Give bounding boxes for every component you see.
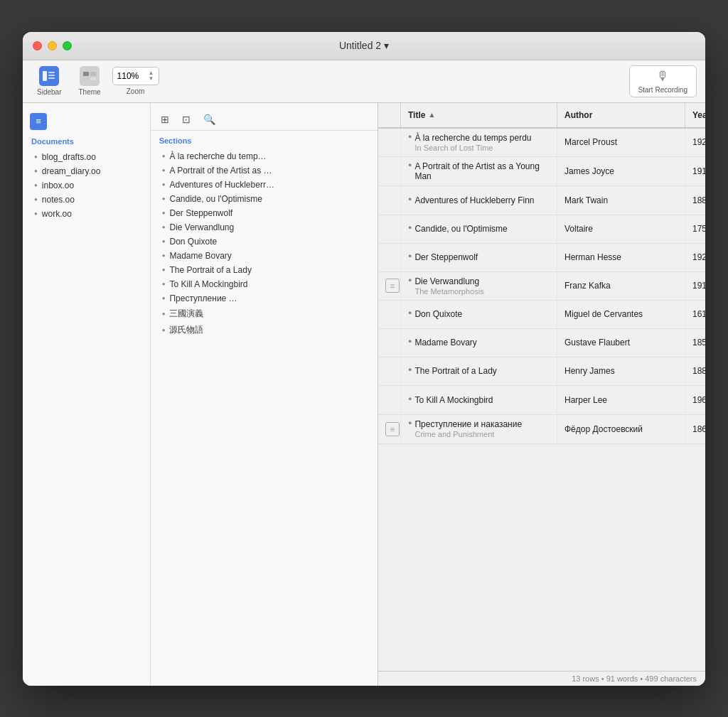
subtitle-text: In Search of Lost Time (414, 144, 531, 152)
table-area: Title ▲ Author Year Origin ●À la recherc… (378, 103, 705, 686)
window-controls (33, 41, 72, 50)
bullet-icon: ● (408, 224, 412, 231)
td-title: ●Преступление и наказаниеCrime and Punis… (401, 415, 557, 443)
sidebar-section-item[interactable]: Преступление … (151, 291, 378, 306)
sidebar-doc-item[interactable]: inbox.oo (23, 178, 150, 193)
td-title: ●Die VerwandlungThe Metamorphosis (401, 272, 557, 300)
svg-rect-6 (83, 77, 89, 80)
th-icon (378, 103, 401, 127)
td-author: Фёдор Достоевский (557, 415, 685, 443)
sidebar-section-item[interactable]: 源氏物語 (151, 322, 378, 338)
sections-expand-icon[interactable]: ⊡ (178, 112, 195, 127)
sidebar: ≡ Documents blog_drafts.oodream_diary.oo… (23, 103, 378, 686)
sidebar-section-item[interactable]: Candide, ou l'Optimisme (151, 192, 378, 206)
table-row[interactable]: ≡●Die VerwandlungThe MetamorphosisFranz … (378, 272, 705, 301)
zoom-input[interactable] (117, 71, 146, 81)
th-author[interactable]: Author (557, 103, 685, 127)
documents-header: Documents (23, 134, 150, 150)
sidebar-label: Sidebar (37, 88, 61, 96)
td-row-icon: ≡ (378, 415, 401, 443)
sections-header: Sections (151, 134, 378, 149)
td-author: Harper Lee (557, 386, 685, 414)
td-year: 1857 (685, 329, 705, 357)
th-year[interactable]: Year (685, 103, 705, 127)
mic-label: Start Recording (638, 86, 687, 94)
table-row[interactable]: ≡●Преступление и наказаниеCrime and Puni… (378, 415, 705, 444)
bullet-icon: ● (408, 366, 412, 373)
td-title: ●Adventures of Huckleberry Finn (401, 186, 557, 215)
td-year: 1960 (685, 386, 705, 414)
title-text: A Portrait of the Artist as a Young Man (414, 161, 550, 181)
th-title[interactable]: Title ▲ (401, 103, 557, 127)
documents-icon: ≡ (30, 113, 47, 130)
td-author: Herman Hesse (557, 244, 685, 271)
td-title: ●Don Quixote (401, 301, 557, 328)
td-row-icon (378, 186, 401, 215)
bullet-icon: ● (408, 161, 412, 168)
minimize-button[interactable] (48, 41, 57, 50)
sections-search-icon[interactable]: 🔍 (199, 112, 220, 127)
close-button[interactable] (33, 41, 42, 50)
sidebar-section-item[interactable]: 三國演義 (151, 306, 378, 322)
table-row[interactable]: ●Madame BovaryGustave Flaubert1857France (378, 329, 705, 357)
table-row[interactable]: ●Adventures of Huckleberry FinnMark Twai… (378, 186, 705, 215)
sidebar-doc-item[interactable]: work.oo (23, 207, 150, 221)
sections-panel: ⊞ ⊡ 🔍 Sections À la recherche du temp…A … (151, 103, 378, 686)
svg-rect-3 (48, 77, 55, 79)
bullet-icon: ● (408, 133, 412, 140)
sidebar-section-item[interactable]: To Kill A Mockingbird (151, 277, 378, 291)
table-row[interactable]: ●A Portrait of the Artist as a Young Man… (378, 157, 705, 186)
td-row-icon (378, 329, 401, 357)
table-row[interactable]: ●Candide, ou l'OptimismeVoltaire1759Fran… (378, 215, 705, 244)
subtitle-text: Crime and Punishment (414, 430, 522, 438)
zoom-input-wrap[interactable]: ▲ ▼ (112, 67, 159, 85)
td-title: ●The Portrait of a Lady (401, 357, 557, 385)
zoom-label: Zoom (127, 87, 145, 95)
sidebar-section-item[interactable]: Madame Bovary (151, 249, 378, 263)
sections-table-icon[interactable]: ⊞ (156, 112, 173, 127)
sidebar-section-item[interactable]: A Portrait of the Artist as … (151, 163, 378, 178)
td-title: ●Der Steppenwolf (401, 244, 557, 271)
main-content: ≡ Documents blog_drafts.oodream_diary.oo… (23, 103, 705, 686)
sidebar-doc-item[interactable]: notes.oo (23, 193, 150, 207)
sidebar-doc-item[interactable]: dream_diary.oo (23, 164, 150, 178)
sidebar-section-item[interactable]: Die Verwandlung (151, 220, 378, 234)
sidebar-section-item[interactable]: Adventures of Huckleberr… (151, 178, 378, 192)
bullet-icon: ● (408, 309, 412, 316)
sidebar-section-item[interactable]: À la recherche du temp… (151, 149, 378, 163)
subtitle-text: The Metamorphosis (414, 287, 483, 296)
td-author: Voltaire (557, 215, 685, 243)
theme-button[interactable]: Theme (73, 63, 106, 99)
td-row-icon (378, 301, 401, 328)
sections-list: À la recherche du temp…A Portrait of the… (151, 149, 378, 338)
table-row[interactable]: ●The Portrait of a LadyHenry James1881En… (378, 357, 705, 386)
td-title: ●To Kill A Mockingbird (401, 386, 557, 414)
svg-rect-5 (90, 72, 96, 76)
mic-button[interactable]: 🎙 Start Recording (629, 65, 697, 97)
sidebar-section-item[interactable]: Don Quixote (151, 234, 378, 249)
maximize-button[interactable] (63, 41, 72, 50)
sidebar-section-item[interactable]: The Portrait of a Lady (151, 263, 378, 277)
sidebar-button[interactable]: Sidebar (31, 63, 67, 99)
table-row[interactable]: ●Der SteppenwolfHerman Hesse1927Schweiz… (378, 244, 705, 272)
sidebar-section-item[interactable]: Der Steppenwolf (151, 206, 378, 220)
td-year: 1885 (685, 186, 705, 215)
mic-icon: 🎙 (656, 69, 669, 84)
sidebar-doc-item[interactable]: blog_drafts.oo (23, 150, 150, 164)
title-text: Candide, ou l'Optimisme (414, 224, 507, 234)
td-row-icon (378, 157, 401, 185)
documents-panel: ≡ Documents blog_drafts.oodream_diary.oo… (23, 103, 151, 686)
table-row[interactable]: ●Don QuixoteMiguel de Cervantes1615Españ… (378, 301, 705, 329)
table-row[interactable]: ●To Kill A MockingbirdHarper Lee1960Unit… (378, 386, 705, 415)
td-row-icon (378, 244, 401, 271)
table-row[interactable]: ●À la recherche du temps perduIn Search … (378, 129, 705, 157)
title-text: Der Steppenwolf (414, 252, 478, 262)
svg-rect-7 (90, 77, 96, 80)
bullet-icon: ● (408, 338, 412, 345)
title-bar: Untitled 2 ▾ (23, 32, 705, 60)
table-header: Title ▲ Author Year Origin (378, 103, 705, 129)
td-author: Miguel de Cervantes (557, 301, 685, 328)
bullet-icon: ● (408, 252, 412, 259)
td-title: ●A Portrait of the Artist as a Young Man (401, 157, 557, 185)
title-text: Madame Bovary (414, 338, 476, 347)
